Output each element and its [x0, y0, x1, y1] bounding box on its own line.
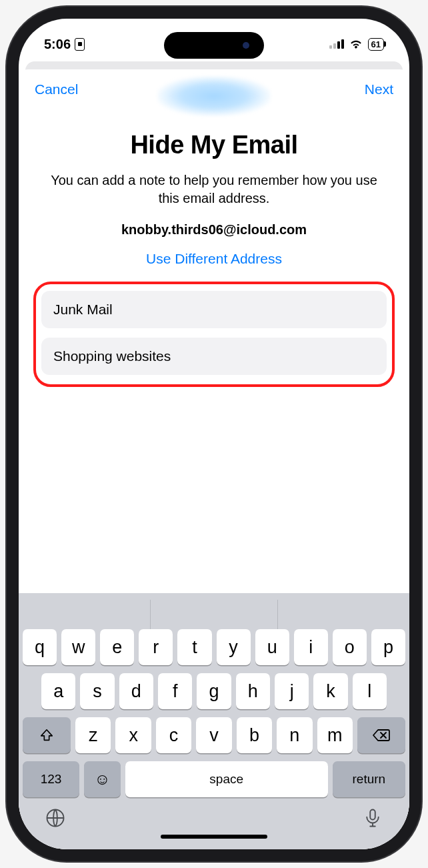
ios-keyboard: qwertyuiop asdfghjkl zxcvbnm 123 ☺ space… — [19, 593, 409, 849]
keyboard-row-bottom: 123 ☺ space return — [23, 761, 405, 797]
numbers-key[interactable]: 123 — [23, 761, 79, 797]
key-d[interactable]: d — [119, 673, 153, 709]
keyboard-suggestion-bar[interactable] — [23, 600, 405, 629]
label-input[interactable]: Junk Mail — [41, 291, 387, 328]
keyboard-row-3: zxcvbnm — [23, 717, 405, 753]
key-w[interactable]: w — [61, 629, 95, 665]
key-h[interactable]: h — [236, 673, 270, 709]
dictation-icon[interactable] — [363, 808, 383, 828]
key-k[interactable]: k — [313, 673, 347, 709]
return-key[interactable]: return — [333, 761, 405, 797]
use-different-address-button[interactable]: Use Different Address — [36, 251, 392, 267]
phone-frame: 5:06 61 Cancel Next Hide My Email You ca… — [7, 7, 421, 861]
key-u[interactable]: u — [255, 629, 289, 665]
backspace-key[interactable] — [357, 717, 405, 753]
sheet-header: Cancel Next — [19, 69, 409, 104]
key-j[interactable]: j — [275, 673, 309, 709]
page-title: Hide My Email — [36, 131, 392, 159]
key-s[interactable]: s — [80, 673, 114, 709]
next-button[interactable]: Next — [365, 81, 393, 97]
keyboard-row-1: qwertyuiop — [23, 629, 405, 665]
annotation-highlight: Junk Mail Shopping websites — [33, 282, 395, 387]
key-o[interactable]: o — [333, 629, 367, 665]
cancel-button[interactable]: Cancel — [35, 81, 78, 97]
page-subtitle: You can add a note to help you remember … — [43, 171, 385, 207]
wifi-icon — [349, 39, 363, 49]
screen: 5:06 61 Cancel Next Hide My Email You ca… — [19, 19, 409, 849]
emoji-key[interactable]: ☺ — [84, 761, 121, 797]
key-y[interactable]: y — [217, 629, 251, 665]
key-z[interactable]: z — [75, 717, 111, 753]
key-m[interactable]: m — [317, 717, 353, 753]
key-x[interactable]: x — [115, 717, 151, 753]
key-b[interactable]: b — [237, 717, 272, 753]
modal-sheet: Cancel Next Hide My Email You can add a … — [19, 69, 409, 849]
svg-rect-1 — [370, 810, 375, 820]
key-q[interactable]: q — [23, 629, 57, 665]
home-indicator[interactable] — [161, 835, 267, 839]
id-card-icon — [75, 38, 85, 51]
generated-email: knobby.thirds06@icloud.com — [36, 222, 392, 238]
key-i[interactable]: i — [294, 629, 328, 665]
key-r[interactable]: r — [139, 629, 173, 665]
keyboard-footer — [23, 804, 405, 829]
battery-icon: 61 — [368, 38, 384, 51]
key-g[interactable]: g — [197, 673, 231, 709]
globe-icon[interactable] — [45, 808, 65, 828]
key-l[interactable]: l — [353, 673, 387, 709]
key-c[interactable]: c — [156, 717, 191, 753]
status-time: 5:06 — [44, 37, 71, 52]
shift-key[interactable] — [23, 717, 71, 753]
sheet-content: Hide My Email You can add a note to help… — [19, 104, 409, 387]
cellular-icon — [329, 39, 344, 49]
key-e[interactable]: e — [100, 629, 134, 665]
key-f[interactable]: f — [158, 673, 192, 709]
key-a[interactable]: a — [41, 673, 75, 709]
key-p[interactable]: p — [371, 629, 405, 665]
dynamic-island — [164, 32, 264, 59]
space-key[interactable]: space — [125, 761, 328, 797]
key-t[interactable]: t — [177, 629, 211, 665]
keyboard-row-2: asdfghjkl — [23, 673, 405, 709]
key-n[interactable]: n — [277, 717, 312, 753]
note-input[interactable]: Shopping websites — [41, 338, 387, 375]
key-v[interactable]: v — [196, 717, 231, 753]
